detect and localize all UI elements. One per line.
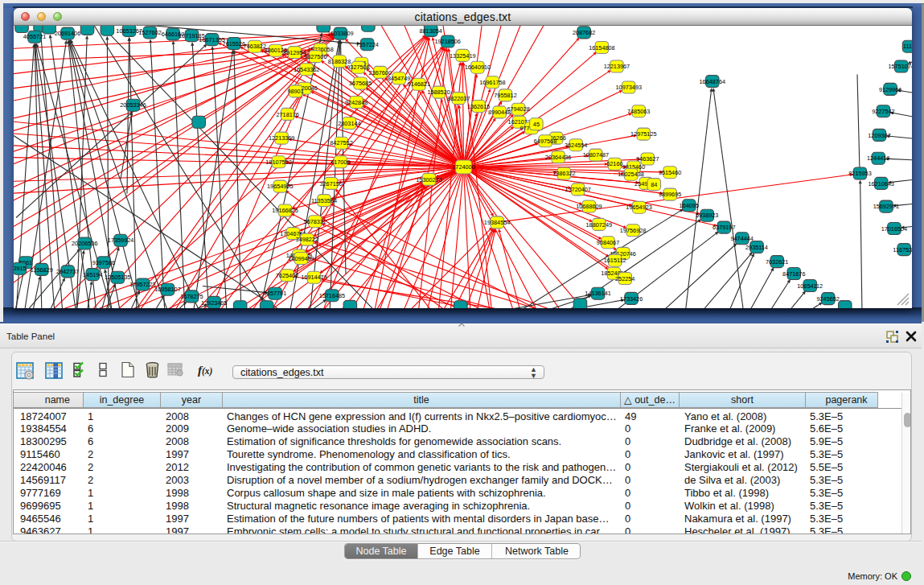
svg-text:9146821: 9146821 — [408, 80, 430, 88]
svg-text:8471676: 8471676 — [782, 270, 805, 277]
svg-text:1244419: 1244419 — [867, 154, 889, 162]
svg-text:9327506: 9327506 — [304, 52, 326, 60]
svg-text:11353594: 11353594 — [311, 196, 337, 204]
svg-text:417006: 417006 — [331, 158, 350, 165]
svg-text:98901: 98901 — [287, 88, 303, 95]
svg-text:9227542: 9227542 — [872, 107, 894, 114]
svg-text:17359924: 17359924 — [108, 237, 133, 244]
svg-text:1209387: 1209387 — [868, 131, 890, 138]
svg-text:252254: 252254 — [615, 274, 634, 282]
svg-text:19166825: 19166825 — [272, 207, 298, 214]
svg-text:62160: 62160 — [606, 160, 622, 167]
svg-text:19654925: 19654925 — [267, 183, 293, 190]
svg-text:16648764: 16648764 — [700, 77, 725, 84]
svg-text:13720407: 13720407 — [565, 186, 590, 193]
svg-text:2087682: 2087682 — [573, 29, 595, 36]
svg-text:19384554: 19384554 — [484, 219, 510, 226]
svg-text:9327508: 9327508 — [347, 64, 369, 71]
svg-text:10807487: 10807487 — [583, 151, 609, 159]
svg-text:10654112: 10654112 — [797, 282, 823, 289]
svg-text:1527602: 1527602 — [138, 29, 161, 36]
svg-text:2803144: 2803144 — [338, 119, 360, 126]
svg-text:20053346: 20053346 — [120, 101, 146, 109]
svg-text:7955812: 7955812 — [494, 92, 516, 99]
svg-text:9084067: 9084067 — [597, 238, 619, 245]
svg-text:9242848: 9242848 — [345, 98, 368, 105]
svg-text:7632621: 7632621 — [766, 257, 788, 265]
svg-text:8427552: 8427552 — [330, 139, 352, 146]
svg-text:15300273: 15300273 — [416, 175, 441, 183]
svg-text:16961758: 16961758 — [479, 78, 505, 85]
svg-text:4055721: 4055721 — [23, 33, 46, 40]
svg-text:7625402: 7625402 — [276, 271, 298, 278]
svg-text:3624554: 3624554 — [565, 141, 587, 148]
svg-text:6379197: 6379197 — [713, 224, 735, 231]
svg-text:2718176: 2718176 — [276, 110, 298, 117]
svg-text:12975125: 12975125 — [630, 130, 656, 138]
svg-text:15751074: 15751074 — [888, 63, 912, 70]
svg-text:18807249: 18807249 — [586, 220, 612, 228]
svg-text:3498222: 3498222 — [296, 236, 318, 243]
svg-text:1733426: 1733426 — [620, 295, 643, 302]
svg-text:10688609: 10688609 — [576, 203, 602, 210]
svg-text:19756928: 19756928 — [620, 226, 646, 233]
svg-text:6497568: 6497568 — [534, 137, 556, 144]
svg-text:7615526: 7615526 — [223, 39, 245, 47]
svg-text:7463822: 7463822 — [244, 43, 266, 50]
svg-text:5578332: 5578332 — [304, 217, 326, 225]
svg-text:9474444: 9474444 — [730, 234, 753, 241]
svg-text:3675685: 3675685 — [349, 80, 372, 87]
svg-text:16154808: 16154808 — [589, 43, 614, 51]
svg-text:15692971: 15692971 — [873, 203, 899, 210]
svg-text:1724000: 1724000 — [452, 163, 474, 171]
svg-text:19654923: 19654923 — [626, 204, 651, 211]
svg-text:16543362: 16543362 — [294, 65, 319, 72]
svg-text:9857791: 9857791 — [264, 290, 286, 297]
svg-text:14099489: 14099489 — [288, 254, 314, 262]
svg-text:16210643: 16210643 — [868, 179, 893, 187]
svg-text:84: 84 — [651, 180, 657, 187]
svg-text:2935114: 2935114 — [745, 243, 768, 250]
svg-text:7357224: 7357224 — [355, 40, 378, 47]
svg-text:9129966: 9129966 — [879, 85, 901, 93]
svg-text:19218506: 19218506 — [434, 38, 460, 45]
svg-text:13325419: 13325419 — [450, 51, 475, 59]
svg-text:1117: 1117 — [903, 43, 912, 50]
svg-text:6794028: 6794028 — [507, 105, 529, 113]
svg-text:7386322: 7386322 — [552, 170, 575, 177]
svg-text:12213369: 12213369 — [269, 134, 294, 142]
svg-text:1167533: 1167533 — [893, 245, 912, 253]
svg-text:16640910: 16640910 — [465, 64, 491, 71]
svg-text:16671355: 16671355 — [199, 35, 224, 43]
svg-text:20364436: 20364436 — [545, 153, 571, 160]
svg-text:8215953: 8215953 — [848, 170, 871, 177]
svg-text:20691406: 20691406 — [55, 30, 80, 37]
svg-text:16033809: 16033809 — [327, 30, 353, 37]
svg-text:164095: 164095 — [680, 201, 699, 208]
svg-text:10025438: 10025438 — [618, 171, 643, 178]
svg-text:10958107: 10958107 — [154, 286, 180, 293]
svg-text:18107552: 18107552 — [265, 158, 291, 165]
svg-text:17957223: 17957223 — [129, 281, 155, 288]
svg-text:1362615: 1362615 — [467, 102, 490, 109]
svg-text:10973493: 10973493 — [616, 84, 642, 91]
svg-text:7485063: 7485063 — [627, 107, 650, 114]
svg-text:1615112: 1615112 — [604, 257, 626, 264]
svg-text:12923465: 12923465 — [201, 299, 227, 306]
svg-text:16914479: 16914479 — [301, 274, 326, 281]
svg-text:12505135: 12505135 — [105, 274, 130, 281]
svg-text:12213967: 12213967 — [604, 63, 630, 70]
svg-text:2942737: 2942737 — [56, 268, 79, 275]
svg-text:9245652: 9245652 — [816, 295, 839, 302]
svg-text:8912954: 8912954 — [283, 48, 306, 56]
svg-text:15716485: 15716485 — [319, 291, 345, 299]
svg-text:5938923: 5938923 — [696, 212, 718, 219]
svg-text:9397586: 9397586 — [92, 258, 115, 266]
svg-text:1156829: 1156829 — [31, 266, 53, 273]
svg-text:17016504: 17016504 — [881, 225, 907, 232]
svg-text:1678275: 1678275 — [180, 293, 203, 300]
svg-text:20206536: 20206536 — [72, 240, 97, 247]
svg-text:14136141: 14136141 — [585, 290, 610, 297]
svg-text:145194: 145194 — [83, 270, 102, 278]
svg-text:9899695: 9899695 — [659, 191, 681, 198]
